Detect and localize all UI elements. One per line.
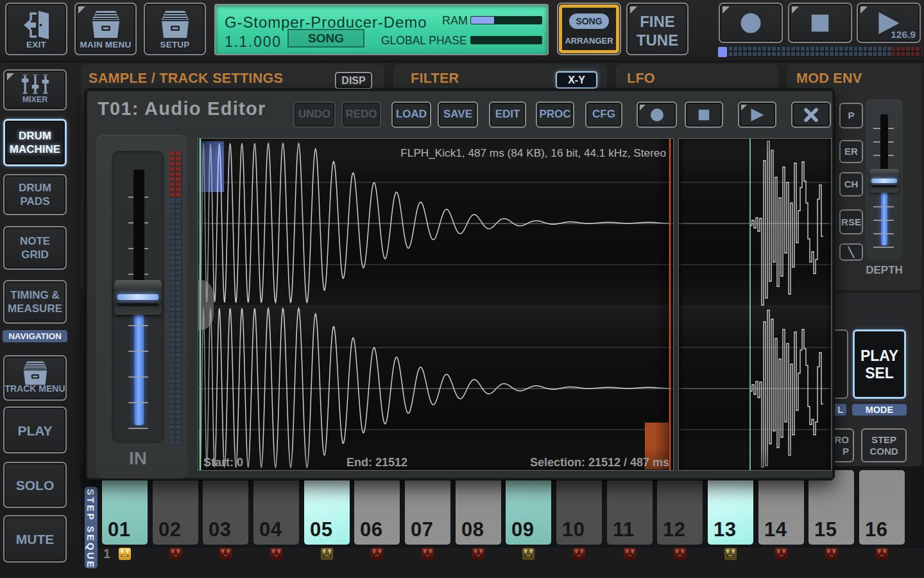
svg-text:Selection: 21512 / 487 ms: Selection: 21512 / 487 ms [530,456,669,469]
svg-text:End: 21512: End: 21512 [346,456,407,469]
svg-text:FLPH_Kick1, 487 ms (84 KB), 16: FLPH_Kick1, 487 ms (84 KB), 16 bit, 44.1… [400,146,666,159]
svg-text:Start: 0: Start: 0 [203,456,243,469]
